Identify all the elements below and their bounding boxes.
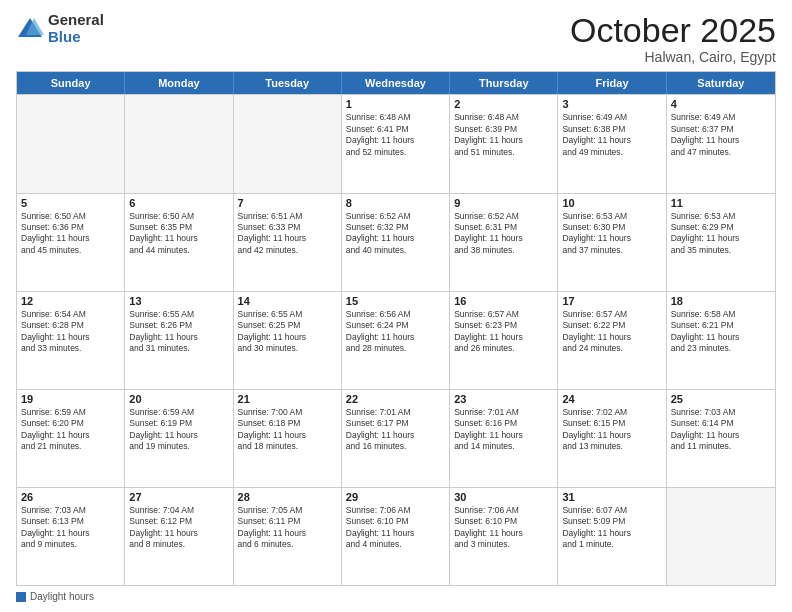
cell-info: Sunrise: 6:50 AM Sunset: 6:35 PM Dayligh…	[129, 211, 228, 257]
calendar-cell	[17, 95, 125, 192]
calendar-cell: 16Sunrise: 6:57 AM Sunset: 6:23 PM Dayli…	[450, 292, 558, 389]
footer-dot	[16, 592, 26, 602]
footer-label: Daylight hours	[30, 591, 94, 602]
calendar-cell: 4Sunrise: 6:49 AM Sunset: 6:37 PM Daylig…	[667, 95, 775, 192]
cell-info: Sunrise: 6:54 AM Sunset: 6:28 PM Dayligh…	[21, 309, 120, 355]
day-number: 23	[454, 393, 553, 405]
calendar-body: 1Sunrise: 6:48 AM Sunset: 6:41 PM Daylig…	[17, 94, 775, 585]
cell-info: Sunrise: 7:06 AM Sunset: 6:10 PM Dayligh…	[346, 505, 445, 551]
cell-info: Sunrise: 7:01 AM Sunset: 6:17 PM Dayligh…	[346, 407, 445, 453]
day-number: 20	[129, 393, 228, 405]
calendar-cell: 7Sunrise: 6:51 AM Sunset: 6:33 PM Daylig…	[234, 194, 342, 291]
weekday-header-sunday: Sunday	[17, 72, 125, 94]
location: Halwan, Cairo, Egypt	[570, 49, 776, 65]
logo-icon	[16, 15, 44, 43]
calendar-cell: 14Sunrise: 6:55 AM Sunset: 6:25 PM Dayli…	[234, 292, 342, 389]
calendar-row-0: 1Sunrise: 6:48 AM Sunset: 6:41 PM Daylig…	[17, 94, 775, 192]
calendar-cell: 15Sunrise: 6:56 AM Sunset: 6:24 PM Dayli…	[342, 292, 450, 389]
calendar-cell: 26Sunrise: 7:03 AM Sunset: 6:13 PM Dayli…	[17, 488, 125, 585]
cell-info: Sunrise: 6:51 AM Sunset: 6:33 PM Dayligh…	[238, 211, 337, 257]
cell-info: Sunrise: 6:52 AM Sunset: 6:32 PM Dayligh…	[346, 211, 445, 257]
cell-info: Sunrise: 6:49 AM Sunset: 6:38 PM Dayligh…	[562, 112, 661, 158]
calendar-cell: 10Sunrise: 6:53 AM Sunset: 6:30 PM Dayli…	[558, 194, 666, 291]
day-number: 2	[454, 98, 553, 110]
cell-info: Sunrise: 6:48 AM Sunset: 6:39 PM Dayligh…	[454, 112, 553, 158]
day-number: 15	[346, 295, 445, 307]
cell-info: Sunrise: 6:57 AM Sunset: 6:22 PM Dayligh…	[562, 309, 661, 355]
day-number: 16	[454, 295, 553, 307]
calendar-row-4: 26Sunrise: 7:03 AM Sunset: 6:13 PM Dayli…	[17, 487, 775, 585]
cell-info: Sunrise: 6:59 AM Sunset: 6:19 PM Dayligh…	[129, 407, 228, 453]
calendar-cell: 2Sunrise: 6:48 AM Sunset: 6:39 PM Daylig…	[450, 95, 558, 192]
weekday-header-wednesday: Wednesday	[342, 72, 450, 94]
cell-info: Sunrise: 6:59 AM Sunset: 6:20 PM Dayligh…	[21, 407, 120, 453]
day-number: 12	[21, 295, 120, 307]
calendar-cell: 25Sunrise: 7:03 AM Sunset: 6:14 PM Dayli…	[667, 390, 775, 487]
day-number: 24	[562, 393, 661, 405]
calendar-cell: 29Sunrise: 7:06 AM Sunset: 6:10 PM Dayli…	[342, 488, 450, 585]
calendar-cell: 18Sunrise: 6:58 AM Sunset: 6:21 PM Dayli…	[667, 292, 775, 389]
logo: General Blue	[16, 12, 104, 45]
cell-info: Sunrise: 6:58 AM Sunset: 6:21 PM Dayligh…	[671, 309, 771, 355]
weekday-header-monday: Monday	[125, 72, 233, 94]
calendar-cell: 19Sunrise: 6:59 AM Sunset: 6:20 PM Dayli…	[17, 390, 125, 487]
top-bar: General Blue October 2025 Halwan, Cairo,…	[16, 12, 776, 65]
calendar-cell: 8Sunrise: 6:52 AM Sunset: 6:32 PM Daylig…	[342, 194, 450, 291]
cell-info: Sunrise: 6:48 AM Sunset: 6:41 PM Dayligh…	[346, 112, 445, 158]
calendar-cell: 20Sunrise: 6:59 AM Sunset: 6:19 PM Dayli…	[125, 390, 233, 487]
day-number: 8	[346, 197, 445, 209]
day-number: 3	[562, 98, 661, 110]
cell-info: Sunrise: 6:55 AM Sunset: 6:25 PM Dayligh…	[238, 309, 337, 355]
cell-info: Sunrise: 7:00 AM Sunset: 6:18 PM Dayligh…	[238, 407, 337, 453]
calendar-cell: 3Sunrise: 6:49 AM Sunset: 6:38 PM Daylig…	[558, 95, 666, 192]
day-number: 6	[129, 197, 228, 209]
day-number: 5	[21, 197, 120, 209]
calendar-cell	[234, 95, 342, 192]
calendar-cell: 21Sunrise: 7:00 AM Sunset: 6:18 PM Dayli…	[234, 390, 342, 487]
logo-text: General Blue	[48, 12, 104, 45]
weekday-header-thursday: Thursday	[450, 72, 558, 94]
day-number: 11	[671, 197, 771, 209]
day-number: 29	[346, 491, 445, 503]
cell-info: Sunrise: 6:56 AM Sunset: 6:24 PM Dayligh…	[346, 309, 445, 355]
day-number: 10	[562, 197, 661, 209]
cell-info: Sunrise: 7:03 AM Sunset: 6:13 PM Dayligh…	[21, 505, 120, 551]
day-number: 19	[21, 393, 120, 405]
day-number: 21	[238, 393, 337, 405]
calendar-row-2: 12Sunrise: 6:54 AM Sunset: 6:28 PM Dayli…	[17, 291, 775, 389]
day-number: 22	[346, 393, 445, 405]
cell-info: Sunrise: 6:57 AM Sunset: 6:23 PM Dayligh…	[454, 309, 553, 355]
day-number: 31	[562, 491, 661, 503]
calendar-cell: 22Sunrise: 7:01 AM Sunset: 6:17 PM Dayli…	[342, 390, 450, 487]
cell-info: Sunrise: 7:02 AM Sunset: 6:15 PM Dayligh…	[562, 407, 661, 453]
cell-info: Sunrise: 7:06 AM Sunset: 6:10 PM Dayligh…	[454, 505, 553, 551]
day-number: 26	[21, 491, 120, 503]
cell-info: Sunrise: 7:01 AM Sunset: 6:16 PM Dayligh…	[454, 407, 553, 453]
logo-general-label: General	[48, 12, 104, 29]
day-number: 9	[454, 197, 553, 209]
cell-info: Sunrise: 6:53 AM Sunset: 6:29 PM Dayligh…	[671, 211, 771, 257]
calendar-row-3: 19Sunrise: 6:59 AM Sunset: 6:20 PM Dayli…	[17, 389, 775, 487]
calendar-cell	[125, 95, 233, 192]
cell-info: Sunrise: 6:55 AM Sunset: 6:26 PM Dayligh…	[129, 309, 228, 355]
calendar-cell: 9Sunrise: 6:52 AM Sunset: 6:31 PM Daylig…	[450, 194, 558, 291]
calendar-header: SundayMondayTuesdayWednesdayThursdayFrid…	[17, 72, 775, 94]
calendar-cell: 23Sunrise: 7:01 AM Sunset: 6:16 PM Dayli…	[450, 390, 558, 487]
calendar-cell: 30Sunrise: 7:06 AM Sunset: 6:10 PM Dayli…	[450, 488, 558, 585]
calendar: SundayMondayTuesdayWednesdayThursdayFrid…	[16, 71, 776, 586]
calendar-cell: 5Sunrise: 6:50 AM Sunset: 6:36 PM Daylig…	[17, 194, 125, 291]
calendar-cell: 28Sunrise: 7:05 AM Sunset: 6:11 PM Dayli…	[234, 488, 342, 585]
weekday-header-tuesday: Tuesday	[234, 72, 342, 94]
cell-info: Sunrise: 6:07 AM Sunset: 5:09 PM Dayligh…	[562, 505, 661, 551]
calendar-cell	[667, 488, 775, 585]
day-number: 13	[129, 295, 228, 307]
weekday-header-saturday: Saturday	[667, 72, 775, 94]
day-number: 27	[129, 491, 228, 503]
calendar-cell: 11Sunrise: 6:53 AM Sunset: 6:29 PM Dayli…	[667, 194, 775, 291]
cell-info: Sunrise: 7:04 AM Sunset: 6:12 PM Dayligh…	[129, 505, 228, 551]
cell-info: Sunrise: 7:03 AM Sunset: 6:14 PM Dayligh…	[671, 407, 771, 453]
day-number: 18	[671, 295, 771, 307]
cell-info: Sunrise: 6:52 AM Sunset: 6:31 PM Dayligh…	[454, 211, 553, 257]
calendar-cell: 31Sunrise: 6:07 AM Sunset: 5:09 PM Dayli…	[558, 488, 666, 585]
cell-info: Sunrise: 6:50 AM Sunset: 6:36 PM Dayligh…	[21, 211, 120, 257]
